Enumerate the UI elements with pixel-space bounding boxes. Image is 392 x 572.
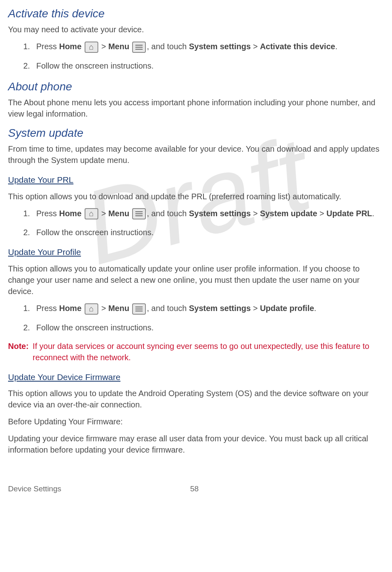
target-label: Activate this device [260, 42, 335, 51]
profile-text: This option allows you to automatically … [8, 263, 384, 297]
activate-step-1: Press Home > Menu , and touch System set… [32, 41, 384, 53]
text: , and touch [147, 209, 189, 218]
target-label: Update PRL [326, 209, 372, 218]
menu-icon [132, 42, 146, 53]
text: , and touch [147, 42, 189, 51]
sysupdate-intro: From time to time, updates may become av… [8, 143, 384, 166]
home-label: Home [59, 42, 82, 51]
activate-step-2: Follow the onscreen instructions. [32, 60, 384, 71]
heading-profile: Update Your Profile [8, 246, 384, 258]
home-label: Home [59, 209, 82, 218]
note-label: Note: [8, 340, 29, 363]
separator: > [251, 304, 260, 313]
prl-step-1: Press Home > Menu , and touch System set… [32, 208, 384, 220]
separator: > [251, 42, 260, 51]
page-number: 58 [190, 484, 199, 495]
separator: > [251, 209, 260, 218]
separator: > [101, 304, 108, 313]
text: . [314, 304, 317, 313]
system-settings-label: System settings [189, 304, 251, 313]
heading-system-update: System update [8, 125, 384, 141]
text: , and touch [147, 304, 189, 313]
firmware-p1: This option allows you to update the And… [8, 388, 384, 410]
separator: > [101, 209, 108, 218]
activate-intro: You may need to activate your device. [8, 24, 384, 35]
text: Press [36, 304, 59, 313]
text: . [372, 209, 375, 218]
heading-activate: Activate this device [8, 6, 384, 21]
menu-label: Menu [108, 42, 129, 51]
home-icon [85, 303, 98, 315]
prl-steps: Press Home > Menu , and touch System set… [8, 208, 384, 238]
text: . [335, 42, 338, 51]
menu-icon [132, 208, 146, 219]
home-icon [85, 42, 98, 53]
text: Press [36, 42, 59, 51]
system-settings-label: System settings [189, 209, 251, 218]
system-settings-label: System settings [189, 42, 251, 51]
separator: > [101, 42, 108, 51]
home-icon [85, 208, 98, 219]
home-label: Home [59, 304, 82, 313]
note-text: If your data services or account syncing… [33, 340, 384, 363]
profile-step-2: Follow the onscreen instructions. [32, 322, 384, 333]
firmware-p2: Before Updating Your Firmware: [8, 416, 384, 427]
target-label: Update profile [260, 304, 314, 313]
footer-section: Device Settings [8, 484, 61, 495]
footer: Device Settings 58 [8, 484, 384, 495]
prl-text: This option allows you to download and u… [8, 191, 384, 202]
profile-steps: Press Home > Menu , and touch System set… [8, 303, 384, 333]
activate-steps: Press Home > Menu , and touch System set… [8, 41, 384, 71]
text: Press [36, 209, 59, 218]
system-update-label: System update [260, 209, 317, 218]
menu-icon [132, 303, 146, 315]
prl-step-2: Follow the onscreen instructions. [32, 227, 384, 238]
heading-prl: Update Your PRL [8, 174, 384, 186]
menu-label: Menu [108, 209, 129, 218]
heading-about: About phone [8, 79, 384, 94]
profile-step-1: Press Home > Menu , and touch System set… [32, 303, 384, 315]
firmware-p3: Updating your device firmware may erase … [8, 433, 384, 455]
separator: > [317, 209, 326, 218]
about-text: The About phone menu lets you access imp… [8, 97, 384, 119]
heading-firmware: Update Your Device Firmware [8, 371, 384, 383]
page-content: Activate this device You may need to act… [8, 6, 384, 494]
profile-note: Note: If your data services or account s… [8, 340, 384, 363]
menu-label: Menu [108, 304, 129, 313]
